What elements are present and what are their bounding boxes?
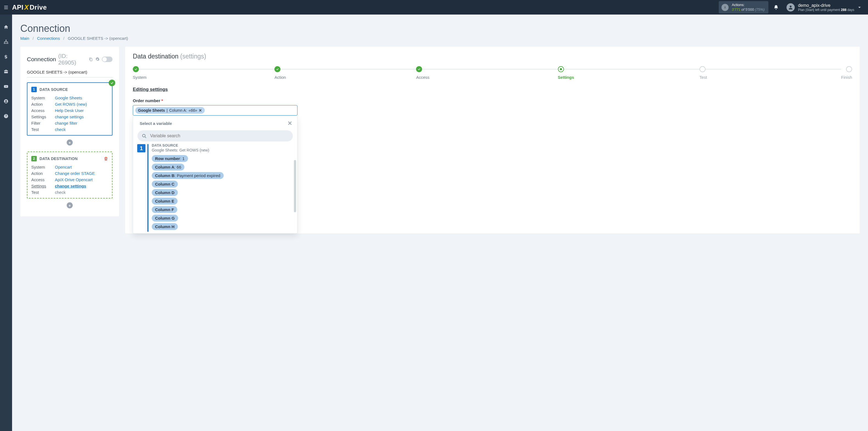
source-action-link[interactable]: Get ROWS (new) bbox=[55, 102, 87, 106]
actions-pct: (75%) bbox=[755, 7, 765, 11]
svg-line-18 bbox=[145, 137, 146, 138]
dropdown-group-sub: Google Sheets: Get ROWS (new) bbox=[152, 148, 293, 152]
dropdown-group-caption: DATA SOURCE bbox=[152, 144, 293, 147]
step-settings[interactable]: Settings bbox=[558, 66, 700, 80]
actions-counter[interactable]: Actions: 3'771 of 5'000 (75%) bbox=[719, 1, 768, 13]
variable-search[interactable] bbox=[137, 130, 293, 142]
step-finish[interactable]: Finish bbox=[841, 66, 852, 80]
user-avatar-icon bbox=[786, 3, 795, 11]
connection-panel: Connection (ID: 26905) GOOGLE SHEETS -> … bbox=[20, 47, 119, 217]
close-dropdown-button[interactable]: ✕ bbox=[288, 120, 292, 127]
variable-option[interactable]: Column D bbox=[152, 189, 178, 196]
variable-option[interactable]: Column A: 66 bbox=[152, 164, 184, 171]
step-access[interactable]: Access bbox=[416, 66, 558, 80]
source-test-link[interactable]: check bbox=[55, 127, 66, 132]
selected-variable-token[interactable]: Google Sheets | Column A: «66» ✕ bbox=[135, 107, 205, 114]
source-settings-link[interactable]: change settings bbox=[55, 115, 84, 119]
variable-search-input[interactable] bbox=[150, 133, 289, 138]
dest-panel-title: Data destination (settings) bbox=[133, 53, 852, 60]
notifications-button[interactable] bbox=[773, 5, 783, 10]
svg-point-5 bbox=[790, 5, 792, 7]
svg-rect-6 bbox=[5, 40, 6, 41]
sidebar: ? bbox=[0, 14, 12, 431]
variable-option[interactable]: Column G bbox=[152, 215, 178, 221]
source-title: DATA SOURCE bbox=[39, 87, 68, 92]
sidebar-account-icon[interactable] bbox=[0, 97, 12, 106]
connection-head-label: Connection bbox=[27, 56, 56, 63]
user-name: demo_apix-drive bbox=[798, 3, 854, 8]
dest-action-link[interactable]: Change order STAGE bbox=[55, 171, 95, 176]
breadcrumb: Main / Connections / GOOGLE SHEETS -> (o… bbox=[20, 36, 860, 41]
order-number-input[interactable]: Google Sheets | Column A: «66» ✕ bbox=[133, 105, 298, 116]
destination-settings-panel: Data destination (settings) System Actio… bbox=[125, 47, 860, 234]
copy-icon[interactable] bbox=[89, 57, 93, 61]
sidebar-connections-icon[interactable] bbox=[0, 38, 12, 47]
connection-head-id: (ID: 26905) bbox=[58, 53, 87, 66]
content: Connection Main / Connections / GOOGLE S… bbox=[12, 14, 868, 431]
svg-point-17 bbox=[143, 134, 145, 137]
breadcrumb-current: GOOGLE SHEETS -> (opencart) bbox=[68, 36, 128, 41]
connection-path: GOOGLE SHEETS -> (opencart) bbox=[27, 70, 113, 78]
dest-settings-link[interactable]: change settings bbox=[55, 184, 86, 188]
add-source-button[interactable]: + bbox=[67, 140, 73, 146]
stepper: System Action Access Settings Test Finis… bbox=[133, 66, 852, 80]
dropdown-title: Select a variable bbox=[140, 121, 172, 126]
connection-toggle[interactable] bbox=[102, 57, 113, 62]
svg-rect-9 bbox=[7, 43, 8, 44]
sidebar-help-icon[interactable]: ? bbox=[0, 112, 12, 121]
breadcrumb-connections[interactable]: Connections bbox=[37, 36, 60, 41]
svg-point-3 bbox=[725, 6, 725, 7]
step-action[interactable]: Action bbox=[274, 66, 416, 80]
editing-settings-heading: Editing settings bbox=[133, 87, 852, 92]
data-source-block: 1 DATA SOURCE SystemGoogle Sheets Action… bbox=[27, 82, 113, 135]
svg-rect-8 bbox=[5, 43, 6, 44]
dropdown-scrollbar[interactable] bbox=[294, 160, 296, 212]
sidebar-video-icon[interactable] bbox=[0, 82, 12, 91]
variable-option[interactable]: Column H bbox=[152, 223, 178, 230]
actions-total: 5'000 bbox=[745, 7, 754, 11]
logo[interactable]: APIXDrive bbox=[12, 4, 47, 11]
menu-toggle-button[interactable] bbox=[0, 0, 12, 14]
source-access-link[interactable]: Help Desk User bbox=[55, 108, 84, 113]
user-menu[interactable]: demo_apix-drive Plan |Start| left until … bbox=[786, 3, 854, 12]
breadcrumb-main[interactable]: Main bbox=[20, 36, 29, 41]
svg-point-13 bbox=[5, 100, 7, 101]
source-group-badge: 1 bbox=[137, 144, 146, 152]
step-test[interactable]: Test bbox=[700, 66, 841, 80]
step-system[interactable]: System bbox=[133, 66, 274, 80]
check-icon bbox=[109, 80, 115, 86]
page-title: Connection bbox=[20, 23, 860, 34]
actions-of: of bbox=[742, 7, 745, 11]
dest-test-text: check bbox=[55, 190, 66, 195]
source-system-link[interactable]: Google Sheets bbox=[55, 95, 82, 100]
variable-option[interactable]: Column C bbox=[152, 181, 178, 187]
variable-dropdown: Select a variable ✕ 1 DATA SOURCE G bbox=[133, 117, 298, 234]
sidebar-billing-icon[interactable] bbox=[0, 53, 12, 61]
info-icon bbox=[721, 4, 728, 11]
search-icon bbox=[141, 133, 147, 138]
field-label-order-number: Order number* bbox=[133, 98, 852, 103]
actions-label: Actions: bbox=[732, 3, 745, 7]
variable-option[interactable]: Row number: 1 bbox=[152, 155, 188, 162]
sidebar-briefcase-icon[interactable] bbox=[0, 67, 12, 76]
variable-option[interactable]: Column E bbox=[152, 198, 178, 205]
user-menu-caret[interactable] bbox=[857, 5, 868, 10]
remove-token-button[interactable]: ✕ bbox=[199, 108, 202, 113]
dest-system-link[interactable]: Opencart bbox=[55, 165, 72, 170]
add-destination-button[interactable]: + bbox=[67, 202, 73, 208]
svg-rect-16 bbox=[90, 59, 92, 61]
gear-icon[interactable] bbox=[95, 57, 100, 61]
source-filter-link[interactable]: change filter bbox=[55, 121, 78, 125]
svg-rect-4 bbox=[725, 7, 725, 8]
actions-used: 3'771 bbox=[732, 7, 740, 11]
sidebar-home-icon[interactable] bbox=[0, 23, 12, 32]
delete-destination-button[interactable] bbox=[104, 156, 108, 161]
dest-title: DATA DESTINATION bbox=[39, 156, 78, 161]
variable-option[interactable]: Column B: Payment period expired bbox=[152, 172, 224, 179]
dest-number-badge: 2 bbox=[31, 156, 37, 161]
svg-text:?: ? bbox=[5, 115, 7, 118]
topbar: APIXDrive Actions: 3'771 of 5'000 (75%) … bbox=[0, 0, 868, 14]
variable-option[interactable]: Column F bbox=[152, 206, 177, 213]
dest-access-link[interactable]: ApiX-Drive Opencart bbox=[55, 177, 93, 182]
source-number-badge: 1 bbox=[31, 87, 37, 92]
